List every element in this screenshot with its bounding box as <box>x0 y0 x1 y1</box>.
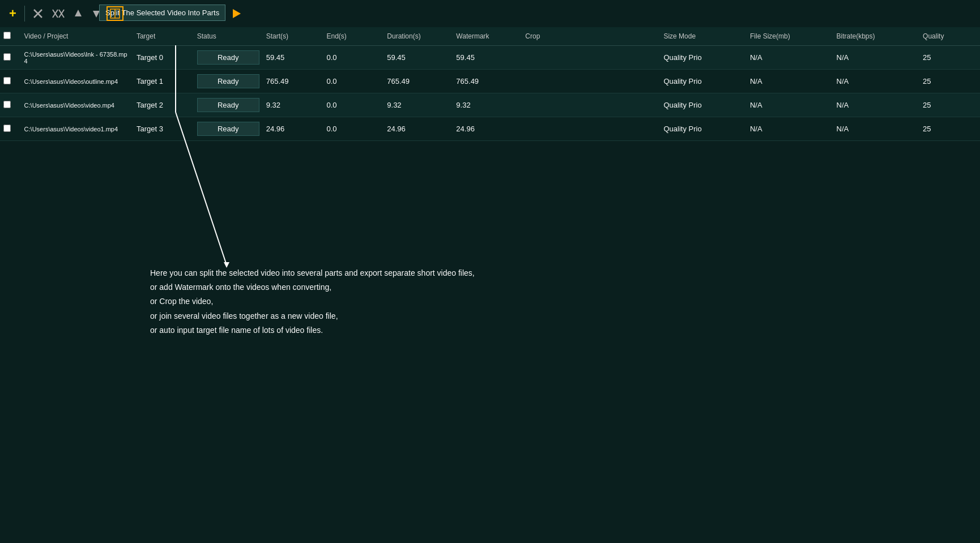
row-duration2-3: 24.96 <box>453 117 522 141</box>
row-duration2-1: 765.49 <box>453 70 522 93</box>
row-quality-0: 25 <box>919 46 980 70</box>
table-row[interactable]: C:\Users\asus\Videos\outline.mp4 Target … <box>0 70 980 93</box>
row-duration-2: 9.32 <box>384 93 453 117</box>
header-status: Status <box>194 27 263 46</box>
header-watermark: Watermark <box>453 27 522 46</box>
header-bitrate: Bitrate(kbps) <box>833 27 920 46</box>
svg-marker-21 <box>233 9 241 18</box>
status-badge-1: Ready <box>197 74 259 88</box>
play-icon <box>231 8 241 19</box>
row-target-0: Target 0 <box>133 46 194 70</box>
header-quality: Quality <box>919 27 980 46</box>
row-checkbox-3[interactable] <box>0 117 21 141</box>
row-check-2[interactable] <box>3 101 11 108</box>
row-check-3[interactable] <box>3 125 11 132</box>
header-extra <box>591 27 660 46</box>
header-start: Start(s) <box>263 27 323 46</box>
split-button[interactable] <box>106 6 123 21</box>
row-duration-0: 59.45 <box>384 46 453 70</box>
row-watermark-0 <box>522 46 591 70</box>
row-start-2: 9.32 <box>263 93 323 117</box>
header-crop: Crop <box>522 27 591 46</box>
add-button[interactable]: + <box>6 5 20 22</box>
header-sizemode: Size Mode <box>660 27 747 46</box>
move-up-button[interactable] <box>70 6 86 21</box>
info-line-3: or Crop the video, <box>150 294 475 309</box>
toolbar: + Split The Selected Video Into Parts <box>0 0 980 27</box>
row-video-1: C:\Users\asus\Videos\outline.mp4 <box>21 70 133 93</box>
row-bitrate-1: N/A <box>833 70 920 93</box>
row-bitrate-3: N/A <box>833 117 920 141</box>
row-filesize-2: N/A <box>747 93 833 117</box>
xx-icon <box>52 8 65 19</box>
row-sizemode-1: Quality Prio <box>660 70 747 93</box>
table-row[interactable]: C:\Users\asus\Videos\video.mp4 Target 2 … <box>0 93 980 117</box>
row-video-3: C:\Users\asus\Videos\video1.mp4 <box>21 117 133 141</box>
row-video-2: C:\Users\asus\Videos\video.mp4 <box>21 93 133 117</box>
row-target-3: Target 3 <box>133 117 194 141</box>
toolbar-divider-1 <box>24 6 25 22</box>
status-badge-2: Ready <box>197 98 259 112</box>
info-line-2: or add Watermark onto the videos when co… <box>150 280 475 294</box>
row-sizemode-0: Quality Prio <box>660 46 747 70</box>
row-end-1: 0.0 <box>323 70 384 93</box>
row-duration-1: 765.49 <box>384 70 453 93</box>
header-video: Video / Project <box>21 27 133 46</box>
row-check-0[interactable] <box>3 53 11 61</box>
header-filesize: File Size(mb) <box>747 27 833 46</box>
row-sizemode-3: Quality Prio <box>660 117 747 141</box>
info-text-block: Here you can split the selected video in… <box>150 266 475 337</box>
table-row[interactable]: C:\Users\asus\Videos\video1.mp4 Target 3… <box>0 117 980 141</box>
status-badge-0: Ready <box>197 50 259 65</box>
close-button[interactable] <box>29 6 46 21</box>
row-crop-3 <box>591 117 660 141</box>
row-filesize-1: N/A <box>747 70 833 93</box>
row-end-3: 0.0 <box>323 117 384 141</box>
row-bitrate-0: N/A <box>833 46 920 70</box>
table-header-row: Video / Project Target Status Start(s) E… <box>0 27 980 46</box>
row-status-2[interactable]: Ready <box>194 93 263 117</box>
select-all-checkbox[interactable] <box>3 32 11 39</box>
header-end: End(s) <box>323 27 384 46</box>
row-watermark-1 <box>522 70 591 93</box>
info-line-1: Here you can split the selected video in… <box>150 266 475 280</box>
row-end-2: 0.0 <box>323 93 384 117</box>
row-quality-2: 25 <box>919 93 980 117</box>
row-crop-2 <box>591 93 660 117</box>
row-start-1: 765.49 <box>263 70 323 93</box>
header-duration: Duration(s) <box>384 27 453 46</box>
x-icon <box>33 8 43 19</box>
play-button[interactable] <box>228 6 245 21</box>
info-line-5: or auto input target file name of lots o… <box>150 323 475 337</box>
row-watermark-3 <box>522 117 591 141</box>
row-status-1[interactable]: Ready <box>194 70 263 93</box>
row-end-0: 0.0 <box>323 46 384 70</box>
row-video-0: C:\Users\asus\Videos\Ink - 67358.mp4 <box>21 46 133 70</box>
header-target: Target <box>133 27 194 46</box>
row-quality-3: 25 <box>919 117 980 141</box>
row-target-1: Target 1 <box>133 70 194 93</box>
close-all-button[interactable] <box>49 6 68 21</box>
row-bitrate-2: N/A <box>833 93 920 117</box>
row-target-2: Target 2 <box>133 93 194 117</box>
row-crop-1 <box>591 70 660 93</box>
row-start-0: 59.45 <box>263 46 323 70</box>
row-checkbox-0[interactable] <box>0 46 21 70</box>
row-quality-1: 25 <box>919 70 980 93</box>
row-check-1[interactable] <box>3 77 11 84</box>
status-badge-3: Ready <box>197 122 259 136</box>
row-start-3: 24.96 <box>263 117 323 141</box>
row-sizemode-2: Quality Prio <box>660 93 747 117</box>
table-row[interactable]: C:\Users\asus\Videos\Ink - 67358.mp4 Tar… <box>0 46 980 70</box>
row-status-3[interactable]: Ready <box>194 117 263 141</box>
row-filesize-0: N/A <box>747 46 833 70</box>
row-checkbox-1[interactable] <box>0 70 21 93</box>
row-filesize-3: N/A <box>747 117 833 141</box>
file-table: Video / Project Target Status Start(s) E… <box>0 27 980 141</box>
row-checkbox-2[interactable] <box>0 93 21 117</box>
header-checkbox <box>0 27 21 46</box>
row-crop-0 <box>591 46 660 70</box>
row-status-0[interactable]: Ready <box>194 46 263 70</box>
info-line-4: or join several video files together as … <box>150 309 475 323</box>
row-duration-3: 24.96 <box>384 117 453 141</box>
